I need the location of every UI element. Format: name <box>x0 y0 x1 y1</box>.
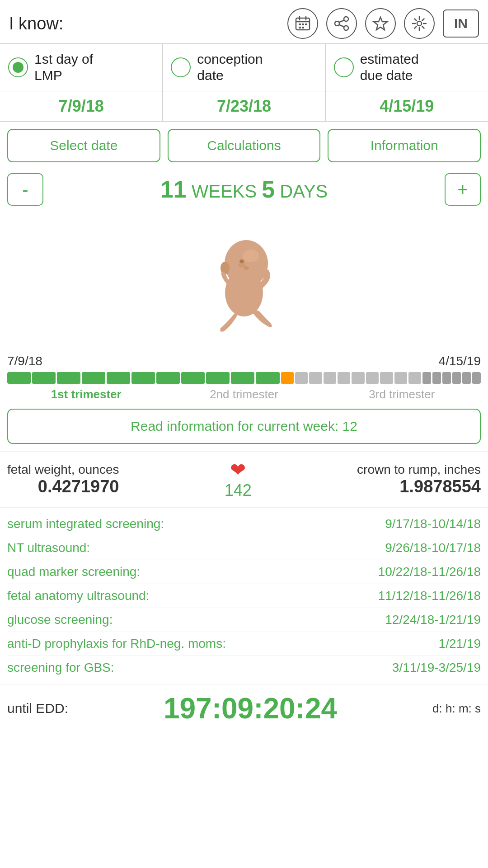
svg-point-15 <box>417 21 422 26</box>
screening-dates-5: 1/21/19 <box>439 637 481 651</box>
lmp-radio[interactable]: 1st day ofLMP <box>0 44 163 91</box>
screening-label-1: NT ultrasound: <box>7 541 90 555</box>
star-icon[interactable] <box>365 8 396 39</box>
top-icons: IN <box>74 8 479 39</box>
progress-remaining-1 <box>295 372 308 384</box>
svg-line-21 <box>422 27 424 28</box>
current-week-button[interactable]: Read information for current week: 12 <box>7 409 481 444</box>
calculations-button[interactable]: Calculations <box>168 129 321 162</box>
progress-week-10 <box>231 372 254 384</box>
fetus-illustration <box>194 216 294 343</box>
screening-row-0: serum integrated screening: 9/17/18-10/1… <box>7 512 481 536</box>
screening-row-5: anti-D prophylaxis for RhD-neg. moms: 1/… <box>7 632 481 656</box>
svg-line-20 <box>415 19 417 21</box>
fetal-weight-col: fetal weight, ounces 0.4271970 <box>7 462 119 496</box>
edd-label: until EDD: <box>7 701 68 716</box>
select-date-button[interactable]: Select date <box>7 129 160 162</box>
trimester-3-label: 3rd trimester <box>323 387 481 401</box>
progress-remaining-2 <box>309 372 322 384</box>
due-date[interactable]: 4/15/19 <box>326 91 488 122</box>
svg-rect-5 <box>302 24 304 25</box>
svg-point-25 <box>225 240 268 287</box>
screening-dates-4: 12/24/18-1/21/19 <box>385 613 481 627</box>
heart-icon: ❤ <box>225 459 252 481</box>
top-bar: I know: <box>0 0 488 43</box>
progress-current <box>281 372 294 384</box>
radio-row: 1st day ofLMP conceptiondate estimateddu… <box>0 43 488 91</box>
svg-line-12 <box>339 20 344 22</box>
i-know-label: I know: <box>9 14 63 33</box>
stats-section: fetal weight, ounces 0.4271970 ❤ 142 cro… <box>0 451 488 507</box>
days-label: DAYS <box>280 181 328 201</box>
screening-row-4: glucose screening: 12/24/18-1/21/19 <box>7 608 481 632</box>
settings-icon[interactable] <box>404 8 435 39</box>
edd-countdown: 197:09:20:24 <box>75 692 425 725</box>
progress-week-8 <box>181 372 205 384</box>
minus-button[interactable]: - <box>7 173 43 206</box>
progress-week-3 <box>57 372 80 384</box>
progress-remaining-5 <box>352 372 364 384</box>
conception-radio[interactable]: conceptiondate <box>163 44 325 91</box>
edd-radio[interactable]: estimateddue date <box>326 44 488 91</box>
trimester-2-label: 2nd trimester <box>165 387 323 401</box>
heart-col: ❤ 142 <box>225 459 252 500</box>
conception-date[interactable]: 7/23/18 <box>163 91 325 122</box>
conception-label: conceptiondate <box>197 51 263 84</box>
edd-label: estimateddue date <box>360 51 419 84</box>
progress-remaining-7 <box>380 372 393 384</box>
progress-week-11 <box>256 372 279 384</box>
trimester-labels: 1st trimester 2nd trimester 3rd trimeste… <box>7 387 481 401</box>
svg-point-30 <box>243 250 259 262</box>
progress-week-9 <box>206 372 230 384</box>
timeline-dates: 7/9/18 4/15/19 <box>7 354 481 368</box>
edd-section: until EDD: 197:09:20:24 d: h: m: s <box>0 684 488 734</box>
progress-remaining-9 <box>408 372 421 384</box>
information-button[interactable]: Information <box>328 129 481 162</box>
weeks-number: 11 <box>160 176 187 203</box>
progress-week-5 <box>107 372 130 384</box>
svg-point-9 <box>344 17 348 21</box>
screening-label-3: fetal anatomy ultrasound: <box>7 589 149 603</box>
fetal-weight-label: fetal weight, ounces <box>7 462 119 477</box>
weeks-label: WEEKS <box>192 181 257 201</box>
progress-3rd-5 <box>462 372 471 384</box>
progress-bar <box>7 372 481 384</box>
fetus-image-section <box>0 209 488 354</box>
progress-remaining-8 <box>394 372 407 384</box>
share-icon[interactable] <box>326 8 357 39</box>
progress-remaining-6 <box>366 372 379 384</box>
progress-week-2 <box>32 372 56 384</box>
in-button[interactable]: IN <box>443 9 479 38</box>
weeks-display: 11 WEEKS 5 DAYS <box>48 176 440 203</box>
screening-dates-2: 10/22/18-11/26/18 <box>378 565 481 579</box>
screening-dates-0: 9/17/18-10/14/18 <box>385 517 481 531</box>
heart-count: 142 <box>225 481 252 500</box>
screening-label-6: screening for GBS: <box>7 660 114 675</box>
edd-units: d: h: m: s <box>432 700 481 717</box>
crown-rump-col: crown to rump, inches 1.9878554 <box>357 462 481 496</box>
timeline-section: 7/9/18 4/15/19 1st trimes <box>0 354 488 401</box>
lmp-date[interactable]: 7/9/18 <box>0 91 163 122</box>
progress-remaining-3 <box>324 372 336 384</box>
screening-row-1: NT ultrasound: 9/26/18-10/17/18 <box>7 536 481 560</box>
screening-dates-6: 3/11/19-3/25/19 <box>392 660 481 675</box>
screening-label-4: glucose screening: <box>7 613 113 627</box>
lmp-radio-circle <box>8 57 28 77</box>
timeline-end-date: 4/15/19 <box>439 354 481 368</box>
progress-week-7 <box>156 372 180 384</box>
crown-rump-label: crown to rump, inches <box>357 462 481 477</box>
svg-rect-8 <box>302 27 304 28</box>
svg-line-23 <box>415 27 417 28</box>
screening-row-2: quad marker screening: 10/22/18-11/26/18 <box>7 560 481 584</box>
svg-point-11 <box>344 26 348 30</box>
calendar-icon[interactable] <box>287 8 318 39</box>
lmp-label: 1st day ofLMP <box>34 51 93 84</box>
svg-rect-6 <box>305 24 307 25</box>
screening-row-3: fetal anatomy ultrasound: 11/12/18-11/26… <box>7 584 481 608</box>
plus-button[interactable]: + <box>445 173 481 206</box>
svg-marker-14 <box>374 17 387 30</box>
timeline-start-date: 7/9/18 <box>7 354 42 368</box>
days-number: 5 <box>262 176 275 203</box>
progress-3rd-4 <box>452 372 461 384</box>
trimester-1-label: 1st trimester <box>7 387 165 401</box>
